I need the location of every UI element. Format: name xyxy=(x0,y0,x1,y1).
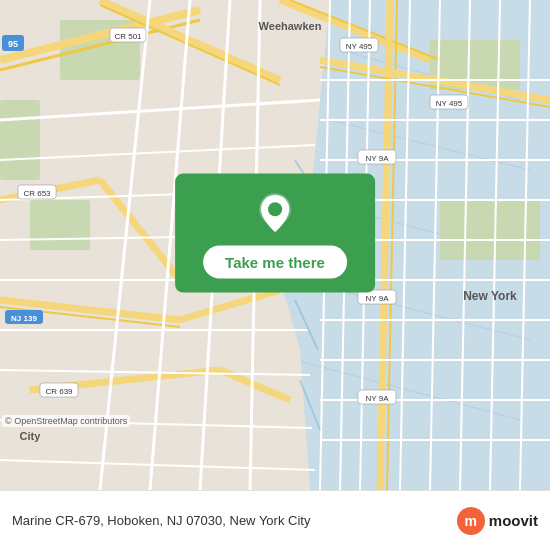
svg-text:City: City xyxy=(20,430,42,442)
svg-text:NJ 139: NJ 139 xyxy=(11,314,37,323)
osm-attribution: © OpenStreetMap contributors xyxy=(2,415,130,427)
svg-text:CR 653: CR 653 xyxy=(23,189,51,198)
map-container: 95 CR 501 NY 495 Weehawken CR 653 NJ 139… xyxy=(0,0,550,490)
moovit-logo: m moovit xyxy=(457,507,538,535)
svg-text:Weehawken: Weehawken xyxy=(259,20,322,32)
button-overlay: Take me there xyxy=(175,174,375,293)
svg-text:95: 95 xyxy=(8,39,18,49)
svg-rect-9 xyxy=(0,100,40,180)
bottom-bar: Marine CR-679, Hoboken, NJ 07030, New Yo… xyxy=(0,490,550,550)
svg-text:NY 495: NY 495 xyxy=(346,42,373,51)
svg-text:NY 495: NY 495 xyxy=(436,99,463,108)
svg-text:New York: New York xyxy=(463,289,517,303)
svg-text:CR 501: CR 501 xyxy=(114,32,142,41)
svg-rect-10 xyxy=(30,200,90,250)
location-text: Marine CR-679, Hoboken, NJ 07030, New Yo… xyxy=(12,513,457,528)
svg-point-89 xyxy=(268,202,282,216)
svg-text:NY 9A: NY 9A xyxy=(366,394,390,403)
svg-text:NY 9A: NY 9A xyxy=(366,154,390,163)
svg-text:CR 639: CR 639 xyxy=(45,387,73,396)
green-panel: Take me there xyxy=(175,174,375,293)
moovit-icon: m xyxy=(457,507,485,535)
take-me-there-button[interactable]: Take me there xyxy=(203,246,347,279)
svg-text:NY 9A: NY 9A xyxy=(366,294,390,303)
location-pin-icon xyxy=(253,192,297,236)
moovit-text: moovit xyxy=(489,512,538,529)
